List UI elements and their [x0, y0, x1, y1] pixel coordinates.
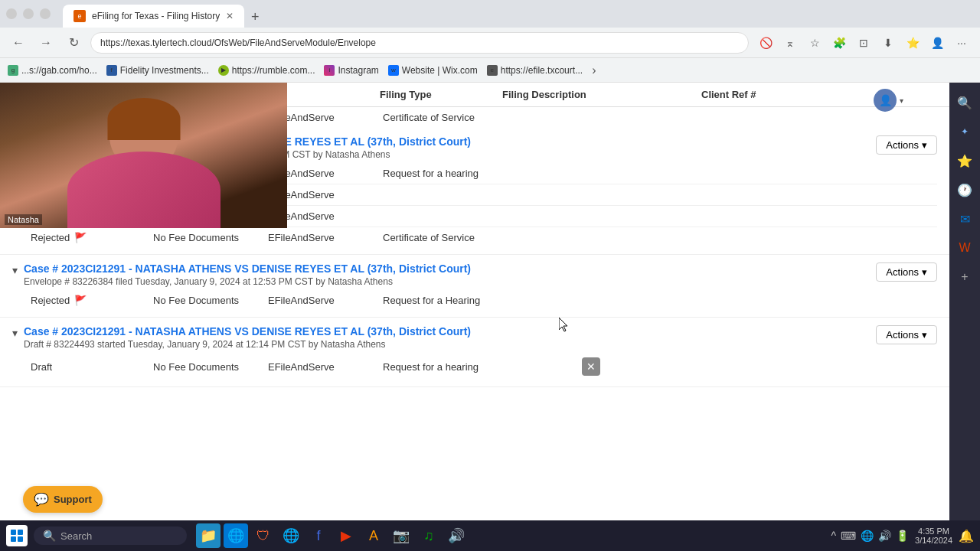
filing-row: Rejected 🚩 No Fee Documents EFileAndServ…: [31, 227, 937, 248]
back-button[interactable]: ←: [8, 32, 29, 54]
desc-cell: Request for a hearing: [383, 168, 582, 179]
forward-button[interactable]: →: [35, 32, 57, 54]
user-icon-button[interactable]: 👤: [874, 89, 897, 112]
favorites-icon[interactable]: ⭐: [902, 32, 923, 54]
taskbar-apps: 📁 🌐 🛡 🌐 f ▶ A 📷 ♫ 🔊: [196, 523, 469, 548]
close-row-button[interactable]: ✕: [582, 357, 600, 376]
efile-favicon: e: [487, 65, 498, 76]
case-actions-button-1[interactable]: Actions ▾: [876, 135, 937, 155]
sidebar-office-icon[interactable]: W: [952, 236, 977, 260]
content-area: Natasha 🔍 ✦ ⭐ 🕐 ✉ W + ⚙ 👤 ▾: [0, 83, 980, 551]
support-button[interactable]: 💬 Support: [23, 486, 103, 513]
extensions-icon[interactable]: 🧩: [828, 32, 850, 54]
taskbar-time: 4:35 PM 3/14/2024: [915, 527, 952, 545]
profile-icon[interactable]: 👤: [926, 32, 948, 54]
case-header-2: ▾ Case # 2023CI21291 - NATASHA ATHENS VS…: [0, 255, 949, 290]
bookmarks-more-icon[interactable]: ›: [592, 64, 596, 77]
menu-icon[interactable]: ···: [951, 32, 972, 54]
sidebar-outlook-icon[interactable]: ✉: [952, 207, 977, 231]
header-filing-type: Filing Type: [380, 89, 502, 100]
tray-battery[interactable]: 🔋: [896, 530, 909, 542]
browser-frame: e eFiling for Texas - Filing History ✕ +…: [0, 0, 980, 551]
status-cell: Draft: [31, 361, 153, 373]
filing-row: Draft No Fee Documents EFileAndServe Req…: [31, 353, 937, 380]
close-button[interactable]: [40, 8, 51, 19]
status-rejected-label: Rejected: [31, 295, 70, 306]
bookmark-icon[interactable]: ☆: [804, 32, 825, 54]
case-envelope-3: Draft # 83224493 started Tuesday, Januar…: [24, 339, 870, 350]
partial-desc-cell: Certificate of Service: [383, 112, 582, 123]
header-client-ref: Client Ref #: [701, 89, 824, 100]
taskbar-app3[interactable]: 🛡: [251, 523, 276, 548]
webcam-overlay: Natasha: [0, 83, 287, 228]
sidebar-add-icon[interactable]: +: [952, 265, 977, 289]
reader-icon[interactable]: ⌅: [779, 32, 801, 54]
case-title-3[interactable]: Case # 2023CI21291 - NATASHA ATHENS VS D…: [24, 325, 870, 337]
code-cell: No Fee Documents: [153, 295, 268, 306]
maximize-button[interactable]: [23, 8, 34, 19]
taskbar-app5[interactable]: f: [306, 523, 331, 548]
taskbar-app4[interactable]: 🌐: [279, 523, 303, 548]
bookmark-efile[interactable]: e https://efile.txcourt...: [487, 65, 583, 76]
code-cell: No Fee Documents: [153, 361, 268, 373]
taskbar-app8[interactable]: 📷: [389, 523, 413, 548]
reload-button[interactable]: ↻: [63, 32, 84, 54]
case-header-3: ▾ Case # 2023CI21291 - NATASHA ATHENS VS…: [0, 318, 949, 353]
taskbar-search-text: Search: [60, 530, 92, 542]
sidebar-collections-icon[interactable]: ⭐: [952, 148, 977, 173]
fidelity-favicon: f: [106, 65, 117, 76]
taskbar-app9[interactable]: ♫: [416, 523, 441, 548]
taskbar-app6[interactable]: ▶: [334, 523, 358, 548]
download-icon[interactable]: ⬇: [877, 32, 899, 54]
user-caret-icon[interactable]: ▾: [900, 96, 903, 105]
sidebar-history-icon[interactable]: 🕐: [952, 178, 977, 202]
active-tab[interactable]: e eFiling for Texas - Filing History ✕: [63, 5, 244, 28]
support-icon: 💬: [34, 492, 49, 507]
new-tab-button[interactable]: +: [244, 6, 266, 28]
tray-volume[interactable]: 🔊: [878, 530, 891, 542]
gab-favicon: g: [8, 65, 18, 76]
taskbar-search[interactable]: 🔍 Search: [34, 527, 187, 545]
actions-caret-3: ▾: [922, 329, 927, 341]
bookmark-rumble[interactable]: ▶ https://rumble.com...: [218, 65, 315, 76]
address-bar[interactable]: [90, 32, 749, 54]
taskbar-app10[interactable]: 🔊: [444, 523, 469, 548]
sidebar-search-icon[interactable]: 🔍: [952, 90, 977, 115]
taskbar-edge[interactable]: 🌐: [224, 523, 248, 548]
header-filing-desc: Filing Description: [502, 89, 701, 100]
case-chevron-3[interactable]: ▾: [12, 327, 18, 339]
bookmark-instagram[interactable]: i Instagram: [324, 65, 378, 76]
case-title-2[interactable]: Case # 2023CI21291 - NATASHA ATHENS VS D…: [24, 262, 870, 275]
tab-bar: e eFiling for Texas - Filing History ✕ +: [57, 0, 974, 28]
notification-icon[interactable]: 🔔: [959, 529, 974, 543]
tray-keyboard[interactable]: ⌨: [841, 530, 856, 542]
title-bar: e eFiling for Texas - Filing History ✕ +: [0, 0, 980, 28]
status-draft-label: Draft: [31, 361, 52, 373]
case-actions-button-2[interactable]: Actions ▾: [876, 262, 937, 282]
taskbar-file-explorer[interactable]: 📁: [196, 523, 220, 548]
tab-favicon: e: [74, 10, 86, 22]
tab-close-icon[interactable]: ✕: [226, 11, 234, 21]
tray-chevron[interactable]: ^: [831, 530, 836, 542]
user-area: 👤 ▾: [874, 89, 903, 112]
filing-row: Rejected 🚩 No Fee Documents EFileAndServ…: [31, 290, 937, 311]
minimize-button[interactable]: [6, 8, 17, 19]
camera-off-icon[interactable]: 🚫: [755, 32, 776, 54]
split-icon[interactable]: ⊡: [853, 32, 874, 54]
flag-icon: 🚩: [74, 232, 87, 243]
start-button[interactable]: [6, 525, 28, 546]
tab-label: eFiling for Texas - Filing History: [92, 11, 220, 21]
taskbar-app7[interactable]: A: [361, 523, 386, 548]
case-block-2: ▾ Case # 2023CI21291 - NATASHA ATHENS VS…: [0, 255, 949, 318]
bookmark-fidelity[interactable]: f Fidelity Investments...: [106, 65, 209, 76]
ref-cell: ✕: [582, 357, 704, 376]
sidebar-copilot-icon[interactable]: ✦: [952, 119, 977, 144]
bookmark-wix[interactable]: w Website | Wix.com: [388, 65, 478, 76]
case-chevron-2[interactable]: ▾: [12, 264, 18, 276]
bookmark-gab[interactable]: g ...s://gab.com/ho...: [8, 65, 97, 76]
taskbar-clock[interactable]: 4:35 PM 3/14/2024: [915, 527, 952, 545]
case-actions-button-3[interactable]: Actions ▾: [876, 325, 937, 344]
nav-icons: 🚫 ⌅ ☆ 🧩 ⊡ ⬇ ⭐ 👤 ···: [755, 32, 972, 54]
desc-cell: Certificate of Service: [383, 232, 582, 243]
tray-network[interactable]: 🌐: [861, 530, 874, 542]
